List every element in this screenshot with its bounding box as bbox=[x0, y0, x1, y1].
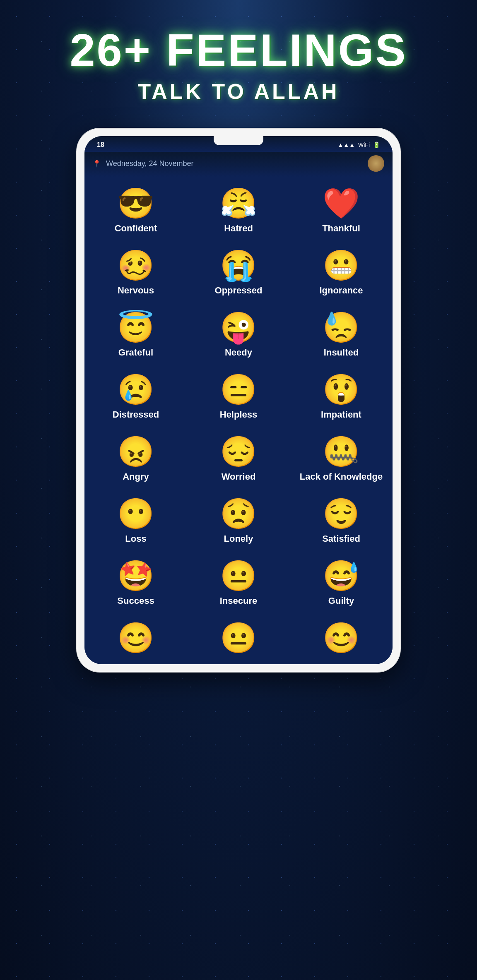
insecure-label: Insecure bbox=[220, 596, 258, 606]
lonely-emoji: 😟 bbox=[220, 499, 257, 528]
feeling-lack-of-knowledge[interactable]: 🤐 Lack of Knowledge bbox=[290, 429, 393, 491]
nervous-emoji: 🥴 bbox=[117, 250, 154, 280]
worried-emoji: 😔 bbox=[220, 437, 257, 466]
status-bar: 18 ▲▲▲ WiFi 🔋 bbox=[84, 136, 393, 152]
guilty-label: Guilty bbox=[328, 596, 354, 606]
feeling-satisfied[interactable]: 😌 Satisfied bbox=[290, 491, 393, 553]
feeling-impatient[interactable]: 😲 Impatient bbox=[290, 367, 393, 429]
app-header-section: 26+ FEELINGS TALK TO ALLAH bbox=[0, 0, 477, 116]
feeling-insecure[interactable]: 😐 Insecure bbox=[187, 553, 290, 615]
user-avatar[interactable] bbox=[368, 155, 384, 172]
feeling-grateful[interactable]: 😇 Grateful bbox=[84, 305, 187, 367]
status-time: 18 bbox=[97, 141, 104, 149]
feeling-helpless[interactable]: 😑 Helpless bbox=[187, 367, 290, 429]
feeling-needy[interactable]: 😜 Needy bbox=[187, 305, 290, 367]
feeling-more-3[interactable]: 😊 bbox=[290, 615, 393, 660]
hatred-label: Hatred bbox=[224, 223, 253, 234]
satisfied-label: Satisfied bbox=[322, 533, 360, 544]
lonely-label: Lonely bbox=[224, 533, 253, 544]
phone-frame: 18 ▲▲▲ WiFi 🔋 📍 Wednesday, 24 November 😎 bbox=[77, 129, 400, 672]
wifi-icon: WiFi bbox=[358, 142, 370, 148]
main-title: 26+ FEELINGS bbox=[8, 25, 469, 75]
ignorance-emoji: 😬 bbox=[323, 250, 360, 280]
guilty-emoji: 😅 bbox=[323, 561, 360, 591]
feelings-grid: 😎 Confident 😤 Hatred ❤️ Thankful 🥴 Nervo… bbox=[84, 177, 393, 664]
success-emoji: 🤩 bbox=[117, 561, 154, 591]
feeling-distressed[interactable]: 😢 Distressed bbox=[84, 367, 187, 429]
helpless-label: Helpless bbox=[220, 409, 258, 420]
more1-emoji: 😊 bbox=[117, 623, 154, 653]
battery-icon: 🔋 bbox=[373, 142, 380, 148]
confident-label: Confident bbox=[115, 223, 157, 234]
feeling-thankful[interactable]: ❤️ Thankful bbox=[290, 181, 393, 243]
loss-label: Loss bbox=[125, 533, 146, 544]
confident-emoji: 😎 bbox=[117, 188, 154, 218]
impatient-label: Impatient bbox=[321, 409, 361, 420]
hatred-emoji: 😤 bbox=[220, 188, 257, 218]
feeling-ignorance[interactable]: 😬 Ignorance bbox=[290, 243, 393, 305]
worried-label: Worried bbox=[222, 471, 256, 482]
feeling-insulted[interactable]: 😓 Insulted bbox=[290, 305, 393, 367]
location-icon: 📍 bbox=[93, 160, 101, 168]
feeling-hatred[interactable]: 😤 Hatred bbox=[187, 181, 290, 243]
status-icons: ▲▲▲ WiFi 🔋 bbox=[337, 142, 380, 148]
nervous-label: Nervous bbox=[118, 285, 154, 296]
phone-notch bbox=[214, 136, 263, 145]
grateful-label: Grateful bbox=[118, 347, 153, 358]
feeling-more-1[interactable]: 😊 bbox=[84, 615, 187, 660]
ignorance-label: Ignorance bbox=[319, 285, 363, 296]
phone-screen: 18 ▲▲▲ WiFi 🔋 📍 Wednesday, 24 November 😎 bbox=[84, 136, 393, 664]
feeling-nervous[interactable]: 🥴 Nervous bbox=[84, 243, 187, 305]
app-header-info: Wednesday, 24 November bbox=[106, 159, 193, 168]
feeling-confident[interactable]: 😎 Confident bbox=[84, 181, 187, 243]
success-label: Success bbox=[117, 596, 154, 606]
more3-emoji: 😊 bbox=[323, 623, 360, 653]
oppressed-emoji: 😭 bbox=[220, 250, 257, 280]
distressed-emoji: 😢 bbox=[117, 375, 154, 404]
feeling-guilty[interactable]: 😅 Guilty bbox=[290, 553, 393, 615]
phone-mockup: 18 ▲▲▲ WiFi 🔋 📍 Wednesday, 24 November 😎 bbox=[0, 129, 477, 672]
insulted-emoji: 😓 bbox=[323, 312, 360, 342]
feeling-success[interactable]: 🤩 Success bbox=[84, 553, 187, 615]
more2-emoji: 😐 bbox=[220, 623, 257, 653]
feeling-oppressed[interactable]: 😭 Oppressed bbox=[187, 243, 290, 305]
impatient-emoji: 😲 bbox=[323, 375, 360, 404]
loss-emoji: 😶 bbox=[117, 499, 154, 528]
lack-of-knowledge-emoji: 🤐 bbox=[323, 437, 360, 466]
app-top-bar: 📍 Wednesday, 24 November bbox=[84, 152, 393, 177]
angry-label: Angry bbox=[123, 471, 149, 482]
thankful-emoji: ❤️ bbox=[323, 188, 360, 218]
feeling-angry[interactable]: 😠 Angry bbox=[84, 429, 187, 491]
feeling-more-2[interactable]: 😐 bbox=[187, 615, 290, 660]
signal-icon: ▲▲▲ bbox=[337, 142, 355, 148]
distressed-label: Distressed bbox=[113, 409, 159, 420]
insulted-label: Insulted bbox=[324, 347, 359, 358]
angry-emoji: 😠 bbox=[117, 437, 154, 466]
grateful-emoji: 😇 bbox=[117, 312, 154, 342]
oppressed-label: Oppressed bbox=[215, 285, 263, 296]
main-subtitle: TALK TO ALLAH bbox=[8, 79, 469, 104]
lack-of-knowledge-label: Lack of Knowledge bbox=[300, 471, 383, 482]
needy-label: Needy bbox=[225, 347, 252, 358]
satisfied-emoji: 😌 bbox=[323, 499, 360, 528]
insecure-emoji: 😐 bbox=[220, 561, 257, 591]
thankful-label: Thankful bbox=[322, 223, 360, 234]
needy-emoji: 😜 bbox=[220, 312, 257, 342]
feeling-loss[interactable]: 😶 Loss bbox=[84, 491, 187, 553]
feeling-worried[interactable]: 😔 Worried bbox=[187, 429, 290, 491]
helpless-emoji: 😑 bbox=[220, 375, 257, 404]
feeling-lonely[interactable]: 😟 Lonely bbox=[187, 491, 290, 553]
